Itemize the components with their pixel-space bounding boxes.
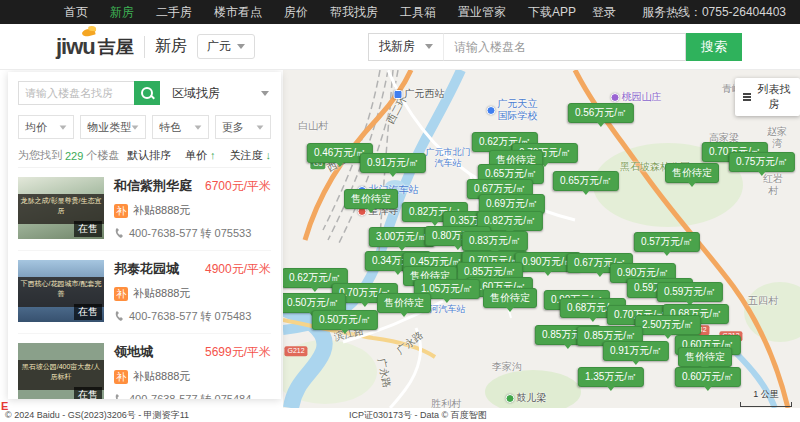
main-nav: 首页新房二手房楼市看点房价帮我找房工具箱置业管家下载APP	[64, 4, 576, 21]
price-bubbles-layer: 0.46万元/㎡ 0.91万元/㎡ 0.56万元/㎡ 0.62万元/㎡ 0.70…	[283, 70, 800, 408]
price-bubble[interactable]: 售价待定	[483, 288, 537, 308]
nav-item[interactable]: 楼市看点	[214, 4, 262, 21]
price-bubble[interactable]: 1.35万元/㎡	[578, 367, 644, 387]
phone-number: 400-7638-577 转 075533	[129, 226, 251, 241]
price-bubble[interactable]: 售价待定	[678, 347, 732, 367]
divider	[144, 36, 145, 58]
result-count: 229	[65, 150, 83, 162]
listing-item[interactable]: 下西核心/花园城市/配套完善 在售 邦泰花园城 4900元/平米 补 补贴888…	[18, 251, 271, 334]
search-input[interactable]	[443, 33, 686, 61]
nav-item[interactable]: 下载APP	[528, 4, 576, 21]
listing-price: 4900元/平米	[205, 261, 271, 278]
city-name: 广元	[207, 38, 231, 55]
chevron-down-icon	[261, 91, 269, 96]
result-sort-row: 为您找到 229 个楼盘 默认排序 单价 ↑ 关注度 ↓	[18, 148, 271, 168]
price-bubble[interactable]: 售价待定	[344, 189, 398, 209]
status-badge: 在售	[74, 221, 102, 237]
listing-price: 5699元/平米	[205, 344, 271, 361]
status-badge: 在售	[74, 304, 102, 320]
subsidy-text: 补贴8888元	[133, 286, 190, 301]
phone-icon	[114, 228, 125, 239]
price-bubble[interactable]: 2.50万元/㎡	[635, 315, 701, 335]
price-bubble[interactable]: 0.75万元/㎡	[729, 152, 795, 172]
photo-banner-text: 下西核心/花园城市/配套完善	[18, 277, 104, 307]
section-title: 新房	[155, 36, 187, 57]
logo-text-cn: 吉屋	[98, 38, 134, 58]
phone-icon	[114, 311, 125, 322]
price-bubble[interactable]: 0.60万元/㎡	[675, 367, 741, 387]
nav-item[interactable]: 首页	[64, 4, 88, 21]
price-bubble[interactable]: 0.91万元/㎡	[360, 153, 426, 173]
listing-name: 和信紫荆华庭	[114, 177, 192, 195]
list-mode-button[interactable]: 列表找房	[735, 78, 800, 116]
filter-row: 均价 物业类型 特色 更多	[18, 115, 271, 139]
price-bubble[interactable]: 0.91万元/㎡	[603, 341, 669, 361]
price-bubble[interactable]: 0.65万元/㎡	[553, 171, 619, 191]
jiwu-logo[interactable]: jiwu 吉屋	[56, 36, 134, 58]
price-bubble[interactable]: 0.56万元/㎡	[568, 103, 634, 123]
filter-dropdown[interactable]: 更多	[215, 115, 271, 139]
panel-search-input[interactable]	[18, 81, 134, 105]
scale-label: 1 公里	[740, 388, 792, 401]
nav-item[interactable]: 帮我找房	[330, 4, 378, 21]
top-nav-bar: 首页新房二手房楼市看点房价帮我找房工具箱置业管家下载APP 登录 服务热线：07…	[0, 0, 800, 24]
nav-item[interactable]: 二手房	[156, 4, 192, 21]
content-area: 白山村 西二环 西二环 广元西站	[0, 70, 800, 422]
listing-photo: 龙脉之成/彰显尊贵/生态宜居 在售	[18, 177, 104, 239]
filter-dropdown[interactable]: 物业类型	[80, 115, 146, 139]
search-category-dropdown[interactable]: 找新房	[368, 33, 443, 61]
listing-list: 龙脉之成/彰显尊贵/生态宜居 在售 和信紫荆华庭 6700元/平米 补 补贴88…	[18, 168, 271, 399]
listings-panel: 区域找房 均价 物业类型 特色	[8, 72, 281, 399]
listing-name: 邦泰花园城	[114, 260, 179, 278]
listing-item[interactable]: 黑石坡公园/400亩大盘/人居标杆 在售 领地城 5699元/平米 补 补贴88…	[18, 334, 271, 399]
price-bubble[interactable]: 0.83万元/㎡	[462, 231, 528, 251]
phone-number: 400-7638-577 转 075484	[129, 392, 251, 399]
chevron-down-icon	[194, 125, 201, 129]
list-icon	[743, 93, 751, 95]
chevron-down-icon	[237, 44, 245, 49]
chevron-down-icon	[132, 125, 139, 129]
price-bubble[interactable]: 售价待定	[377, 293, 431, 313]
result-prefix: 为您找到	[18, 148, 62, 163]
scale-bar	[740, 402, 792, 407]
status-badge: 在售	[74, 387, 102, 399]
sort-price[interactable]: 单价 ↑	[185, 148, 216, 163]
nav-item[interactable]: 房价	[284, 4, 308, 21]
region-dropdown[interactable]: 区域找房	[160, 85, 271, 102]
copyright-left: © 2024 Baidu - GS(2023)3206号 - 甲测资字11	[5, 409, 189, 422]
listing-photo: 黑石坡公园/400亩大盘/人居标杆 在售	[18, 343, 104, 399]
edge-artifact: E	[1, 400, 8, 412]
price-bubble[interactable]: 0.57万元/㎡	[634, 232, 700, 252]
login-link[interactable]: 登录	[592, 4, 616, 21]
chevron-down-icon	[257, 125, 264, 129]
sort-default[interactable]: 默认排序	[127, 148, 171, 163]
map-canvas[interactable]: 白山村 西二环 西二环 广元西站	[283, 70, 800, 408]
nav-item[interactable]: 置业管家	[458, 4, 506, 21]
copyright-right: ICP证030173号 - Data © 百度智图	[349, 409, 487, 422]
panel-search-button[interactable]	[134, 81, 160, 105]
nav-item[interactable]: 工具箱	[400, 4, 436, 21]
filter-dropdown[interactable]: 均价	[18, 115, 74, 139]
price-bubble[interactable]: 0.59万元/㎡	[657, 282, 723, 302]
search-button[interactable]: 搜索	[686, 33, 742, 61]
subsidy-icon: 补	[114, 204, 128, 218]
chevron-down-icon	[60, 125, 67, 129]
subsidy-icon: 补	[114, 287, 128, 301]
city-selector[interactable]: 广元	[197, 34, 255, 59]
listing-name: 领地城	[114, 343, 153, 361]
price-bubble[interactable]: 0.50万元/㎡	[312, 310, 378, 330]
photo-banner-text: 黑石坡公园/400亩大盘/人居标杆	[18, 360, 104, 390]
subsidy-icon: 补	[114, 370, 128, 384]
filter-dropdown[interactable]: 特色	[152, 115, 208, 139]
listing-photo: 下西核心/花园城市/配套完善 在售	[18, 260, 104, 322]
listing-item[interactable]: 龙脉之成/彰显尊贵/生态宜居 在售 和信紫荆华庭 6700元/平米 补 补贴88…	[18, 168, 271, 251]
listing-price: 6700元/平米	[205, 178, 271, 195]
photo-banner-text: 龙脉之成/彰显尊贵/生态宜居	[18, 194, 104, 224]
map-copyright-bar: E © 2024 Baidu - GS(2023)3206号 - 甲测资字11 …	[0, 408, 800, 422]
arrow-down-icon: ↓	[266, 149, 272, 161]
price-bubble[interactable]: 售价待定	[665, 163, 719, 183]
sort-attention[interactable]: 关注度 ↓	[229, 148, 271, 163]
nav-item[interactable]: 新房	[110, 4, 134, 21]
phone-icon	[114, 394, 125, 399]
subsidy-text: 补贴8888元	[133, 203, 190, 218]
